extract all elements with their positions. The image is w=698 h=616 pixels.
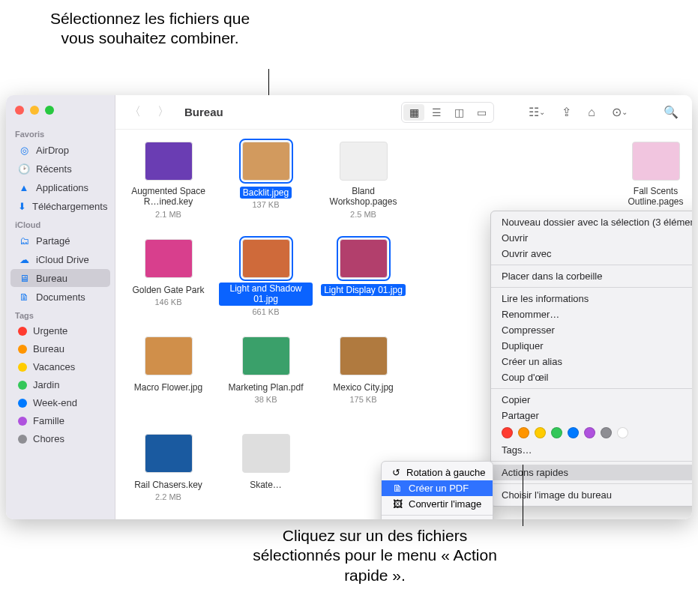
sidebar-item-téléchargements[interactable]: ⬇Téléchargements bbox=[10, 197, 110, 215]
sidebar-item-bureau[interactable]: 🖥Bureau bbox=[10, 269, 110, 287]
tag-swatch[interactable] bbox=[601, 427, 612, 438]
file-item[interactable]: Rail Chasers.key2.2 MB bbox=[121, 434, 215, 501]
file-item[interactable]: Mexico City.jpg175 KB bbox=[316, 336, 410, 404]
file-thumbnail bbox=[145, 336, 193, 375]
sidebar-tag-week-end[interactable]: Week-end bbox=[10, 394, 110, 411]
view-switcher[interactable]: ▦ ☰ ◫ ▭ bbox=[401, 102, 494, 123]
share-button[interactable]: ⇪ bbox=[557, 102, 576, 122]
sidebar-item-récents[interactable]: 🕑Récents bbox=[10, 160, 110, 178]
tag-swatch[interactable] bbox=[518, 427, 529, 438]
tag-swatch[interactable] bbox=[502, 427, 513, 438]
sidebar-tag-urgente[interactable]: Urgente bbox=[10, 322, 110, 339]
icon-view-icon[interactable]: ▦ bbox=[403, 104, 424, 121]
action-icon: 🗎 bbox=[392, 483, 403, 494]
file-item[interactable]: Fall Scents Outline.pages3.6 MB bbox=[609, 142, 692, 219]
sidebar-section-favorites: Favoris bbox=[6, 125, 115, 140]
context-menu[interactable]: Nouveau dossier avec la sélection (3 élé… bbox=[490, 211, 692, 507]
menu-separator bbox=[491, 265, 692, 265]
menu-item[interactable]: Dupliquer bbox=[491, 338, 692, 354]
sidebar-icon: 🕑 bbox=[18, 163, 30, 175]
back-button[interactable]: 〈 bbox=[124, 101, 145, 123]
zoom-icon[interactable] bbox=[45, 106, 54, 115]
quick-action-item[interactable]: 🗎Créer un PDF bbox=[382, 480, 493, 496]
menu-item[interactable]: Copier bbox=[491, 392, 692, 408]
sidebar-tag-jardin[interactable]: Jardin bbox=[10, 376, 110, 393]
sidebar-tag-chores[interactable]: Chores bbox=[10, 430, 110, 447]
file-thumbnail bbox=[340, 142, 388, 181]
search-button[interactable]: 🔍 bbox=[659, 102, 683, 122]
sidebar-item-airdrop[interactable]: ◎AirDrop bbox=[10, 141, 110, 159]
menu-item[interactable]: Ouvrir bbox=[491, 230, 692, 246]
file-item[interactable]: Marketing Plan.pdf38 KB bbox=[219, 336, 313, 404]
list-view-icon[interactable]: ☰ bbox=[426, 104, 447, 121]
file-name: Light and Shadow 01.jpg bbox=[219, 283, 313, 306]
menu-separator bbox=[382, 515, 493, 516]
menu-tag-row[interactable] bbox=[491, 423, 692, 442]
menu-item[interactable]: Nouveau dossier avec la sélection (3 élé… bbox=[491, 214, 692, 230]
menu-item[interactable]: Ouvrir avec〉 bbox=[491, 246, 692, 262]
file-thumbnail bbox=[340, 239, 388, 278]
group-button[interactable]: ☷ ⌄ bbox=[524, 102, 550, 122]
sidebar-icon: 🗂 bbox=[18, 235, 30, 247]
quick-action-item[interactable]: 🖾Convertir l'image bbox=[382, 496, 493, 512]
file-item[interactable]: Macro Flower.jpg bbox=[121, 336, 215, 395]
sidebar-tag-vacances[interactable]: Vacances bbox=[10, 358, 110, 375]
menu-item[interactable]: Partager〉 bbox=[491, 408, 692, 423]
menu-item[interactable]: Lire les informations bbox=[491, 291, 692, 307]
file-name: Rail Chasers.key bbox=[131, 479, 205, 491]
gallery-view-icon[interactable]: ▭ bbox=[471, 104, 492, 121]
sidebar-icon: ▲ bbox=[18, 181, 30, 193]
quick-actions-submenu[interactable]: ↺Rotation à gauche🗎Créer un PDF🖾Converti… bbox=[381, 461, 493, 519]
sidebar-tag-famille[interactable]: Famille bbox=[10, 412, 110, 429]
file-size: 146 KB bbox=[121, 298, 215, 307]
sidebar-item-partagé[interactable]: 🗂Partagé bbox=[10, 232, 110, 250]
sidebar-icon: ☁︎ bbox=[18, 253, 30, 265]
file-grid: Skate…Rail Chasers.key2.2 MBPink.jpeg222… bbox=[115, 130, 692, 519]
menu-item[interactable]: Coup d'œil bbox=[491, 369, 692, 385]
toolbar: 〈 〉 Bureau ▦ ☰ ◫ ▭ ☷ ⌄ ⇪ ⌂ ⊙ ⌄ 🔍 bbox=[115, 95, 692, 130]
sidebar-item-icloud-drive[interactable]: ☁︎iCloud Drive bbox=[10, 250, 110, 268]
file-item[interactable]: Augmented Space R…ined.key2.1 MB bbox=[121, 142, 215, 219]
tag-swatch[interactable] bbox=[568, 427, 579, 438]
tag-swatch[interactable] bbox=[535, 427, 546, 438]
sidebar-item-documents[interactable]: 🗎Documents bbox=[10, 288, 110, 306]
tag-button[interactable]: ⌂ bbox=[583, 103, 600, 122]
file-thumbnail bbox=[340, 336, 388, 375]
tag-swatch[interactable] bbox=[551, 427, 562, 438]
file-thumbnail bbox=[145, 239, 193, 278]
file-size: 175 KB bbox=[316, 395, 410, 404]
file-name: Marketing Plan.pdf bbox=[225, 381, 306, 393]
tag-swatch[interactable] bbox=[584, 427, 595, 438]
menu-item[interactable]: Tags… bbox=[491, 442, 692, 458]
forward-button[interactable]: 〉 bbox=[153, 101, 174, 123]
menu-item[interactable]: Renommer… bbox=[491, 307, 692, 322]
menu-item[interactable]: Compresser bbox=[491, 322, 692, 338]
sidebar-item-applications[interactable]: ▲Applications bbox=[10, 178, 110, 196]
main-area: 〈 〉 Bureau ▦ ☰ ◫ ▭ ☷ ⌄ ⇪ ⌂ ⊙ ⌄ 🔍 Skate…R… bbox=[115, 95, 692, 519]
file-item[interactable]: Light Display 01.jpg bbox=[316, 239, 410, 298]
minimize-icon[interactable] bbox=[30, 106, 39, 115]
menu-separator bbox=[491, 287, 692, 288]
menu-item[interactable]: Créer un alias bbox=[491, 354, 692, 369]
file-item[interactable]: Skate… bbox=[219, 434, 313, 492]
file-size: 661 KB bbox=[219, 307, 313, 316]
file-item[interactable]: Light and Shadow 01.jpg661 KB bbox=[219, 239, 313, 316]
close-icon[interactable] bbox=[15, 106, 24, 115]
menu-item[interactable]: Actions rapides〉 bbox=[491, 465, 692, 480]
menu-item[interactable]: Placer dans la corbeille bbox=[491, 268, 692, 284]
column-view-icon[interactable]: ◫ bbox=[448, 104, 469, 121]
file-item[interactable]: Golden Gate Park146 KB bbox=[121, 239, 215, 307]
file-item[interactable]: Bland Workshop.pages2.5 MB bbox=[316, 142, 410, 219]
file-thumbnail bbox=[242, 239, 290, 278]
tag-color-icon bbox=[18, 435, 27, 444]
callout-line-bottom bbox=[523, 465, 523, 526]
quick-action-item[interactable]: ↺Rotation à gauche bbox=[382, 465, 493, 480]
menu-item[interactable]: Choisir l'image du bureau bbox=[491, 487, 692, 503]
action-button[interactable]: ⊙ ⌄ bbox=[607, 102, 632, 122]
file-name: Augmented Space R…ined.key bbox=[121, 185, 215, 208]
tag-color-icon bbox=[18, 381, 27, 390]
quick-action-customize[interactable]: Personnaliser… bbox=[382, 519, 493, 519]
file-item[interactable]: Backlit.jpeg137 KB bbox=[219, 142, 313, 209]
tag-swatch[interactable] bbox=[617, 427, 628, 438]
sidebar-tag-bureau[interactable]: Bureau bbox=[10, 340, 110, 357]
